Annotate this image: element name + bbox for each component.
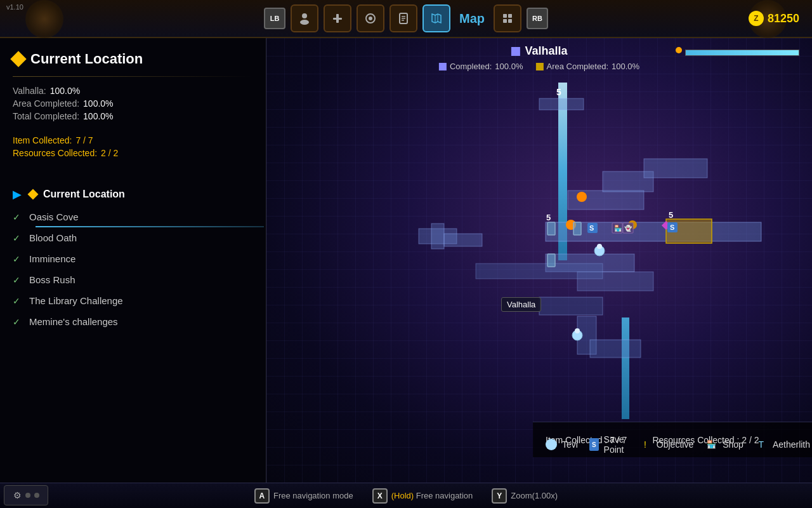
location-item-memine[interactable]: ✓ Memine's challenges bbox=[13, 314, 253, 330]
blue-dot bbox=[439, 63, 447, 70]
nav-btn-rb[interactable]: RB bbox=[527, 8, 548, 29]
location-item-current[interactable]: ▶ Current Location bbox=[13, 185, 253, 204]
stat-row-total: Total Completed: 100.0% bbox=[13, 111, 253, 121]
stat-row-items: Item Collected: 7 / 7 bbox=[13, 135, 253, 145]
svg-point-5 bbox=[369, 17, 372, 20]
stat-row-area: Area Completed: 100.0% bbox=[13, 98, 253, 109]
version-label: v1.10 bbox=[6, 3, 23, 11]
top-bar: v1.10 LB Map RB Z 81250 bbox=[0, 0, 812, 38]
location-diamond-icon bbox=[28, 189, 39, 200]
ctrl-free-nav: X (Hold) Free navigation bbox=[372, 488, 473, 504]
svg-rect-14 bbox=[508, 14, 512, 18]
section-title: Current Location bbox=[13, 51, 253, 67]
nav-btn-extra[interactable] bbox=[494, 4, 521, 32]
svg-point-0 bbox=[302, 13, 307, 18]
checkmark-boss-rush: ✓ bbox=[13, 275, 23, 285]
collectibles-group: Item Collected: 7 / 7 Resources Collecte… bbox=[13, 135, 253, 161]
dot-1 bbox=[25, 493, 30, 498]
free-nav-mode-label: Free navigation mode bbox=[273, 491, 353, 500]
map-bottom-info: Item Collected : 7 / 7 Resources Collect… bbox=[533, 422, 812, 457]
gold-dot bbox=[535, 63, 543, 70]
checkmark-oasis: ✓ bbox=[13, 212, 23, 222]
coin-icon: Z bbox=[749, 11, 764, 26]
ctrl-zoom: Y Zoom(1.00x) bbox=[492, 488, 558, 504]
current-location-title: Current Location bbox=[30, 51, 143, 67]
svg-rect-13 bbox=[503, 14, 507, 18]
location-name-imminence: Imminence bbox=[29, 253, 75, 264]
tevi-label: Tevi bbox=[562, 439, 578, 450]
location-name-boss-rush: Boss Rush bbox=[29, 274, 75, 285]
y-key[interactable]: Y bbox=[492, 488, 507, 504]
valhalla-label: Valhalla: bbox=[13, 86, 46, 96]
main-content: Current Location Valhalla: 100.0% Area C… bbox=[0, 38, 812, 483]
legend-shop: 🏪 Shop bbox=[705, 438, 743, 451]
tevi-legend-icon bbox=[546, 439, 557, 450]
legend-aetherlith: T Aetherlith bbox=[755, 438, 810, 451]
gear-icon: ⚙ bbox=[13, 490, 22, 500]
x-key[interactable]: X bbox=[372, 488, 388, 504]
shop-label: Shop bbox=[723, 439, 743, 450]
svg-rect-15 bbox=[503, 19, 507, 23]
nav-btn-skills[interactable] bbox=[357, 4, 384, 32]
nav-btn-map[interactable] bbox=[422, 4, 450, 32]
location-name-blood-oath: Blood Oath bbox=[29, 232, 77, 243]
save-label: Save Point bbox=[604, 434, 627, 455]
currency-amount: 81250 bbox=[768, 12, 799, 25]
checkmark-imminence: ✓ bbox=[13, 254, 23, 264]
map-area-name: Valhalla bbox=[511, 44, 567, 58]
location-name-memine: Memine's challenges bbox=[29, 316, 118, 327]
aeth-legend-icon: T bbox=[755, 438, 768, 451]
completed-label: Completed: bbox=[450, 62, 492, 71]
location-item-imminence[interactable]: ✓ Imminence bbox=[13, 251, 253, 267]
area-label: Area Completed: bbox=[13, 98, 79, 109]
nav-btn-character[interactable] bbox=[291, 4, 318, 32]
svg-marker-10 bbox=[432, 14, 441, 23]
map-valhalla-room-label: Valhalla bbox=[501, 297, 541, 312]
map-progress-fill bbox=[686, 50, 799, 55]
items-label: Item Collected: bbox=[13, 135, 72, 145]
shop-legend-icon: 🏪 bbox=[705, 438, 717, 451]
map-tab-label: Map bbox=[459, 11, 485, 26]
area-completed-label: Area Completed: bbox=[546, 62, 608, 71]
obj-legend-icon: ! bbox=[639, 438, 652, 451]
left-panel: Current Location Valhalla: 100.0% Area C… bbox=[0, 38, 266, 483]
zoom-label: Zoom(1.00x) bbox=[511, 491, 558, 500]
location-item-oasis-cove[interactable]: ✓ Oasis Cove bbox=[13, 209, 253, 225]
location-name-oasis: Oasis Cove bbox=[29, 211, 79, 222]
total-label: Total Completed: bbox=[13, 111, 79, 121]
aeth-label: Aetherlith bbox=[773, 439, 810, 450]
legend-save: S Save Point bbox=[589, 434, 627, 455]
location-name-current: Current Location bbox=[43, 189, 125, 200]
location-item-library[interactable]: ✓ The Library Challenge bbox=[13, 293, 253, 309]
map-area[interactable]: Valhalla Completed: 100.0% Area Complete… bbox=[266, 38, 812, 483]
area-completed-progress: Area Completed: 100.0% bbox=[535, 62, 639, 71]
location-bar-oasis bbox=[36, 226, 264, 227]
resources-label: Resources Collected: bbox=[13, 148, 97, 158]
legend-tevi: Tevi bbox=[546, 439, 578, 450]
area-value: 100.0% bbox=[83, 98, 113, 109]
area-completed-value: 100.0% bbox=[612, 62, 639, 71]
area-dot-icon bbox=[511, 47, 520, 56]
diamond-icon bbox=[10, 51, 26, 67]
location-item-boss-rush[interactable]: ✓ Boss Rush bbox=[13, 272, 253, 288]
a-key[interactable]: A bbox=[254, 488, 270, 504]
nav-btn-journal[interactable] bbox=[390, 4, 417, 32]
completed-progress: Completed: 100.0% bbox=[439, 62, 523, 71]
settings-button[interactable]: ⚙ bbox=[4, 485, 48, 505]
resources-value: 2 / 2 bbox=[101, 148, 118, 158]
location-item-blood-oath[interactable]: ✓ Blood Oath bbox=[13, 230, 253, 246]
control-bar: ⚙ A Free navigation mode X (Hold) Free n… bbox=[0, 483, 812, 508]
map-legend: Tevi S Save Point ! Objective 🏪 Shop T A… bbox=[546, 434, 812, 455]
nav-btn-lb[interactable]: LB bbox=[264, 8, 285, 29]
gear-decoration-left bbox=[25, 0, 63, 38]
nav-tabs: LB Map RB bbox=[264, 4, 548, 32]
stat-row-valhalla: Valhalla: 100.0% bbox=[13, 86, 253, 96]
items-value: 7 / 7 bbox=[75, 135, 93, 145]
completed-value: 100.0% bbox=[495, 62, 523, 71]
nav-btn-equipment[interactable] bbox=[324, 4, 351, 32]
stat-row-resources: Resources Collected: 2 / 2 bbox=[13, 148, 253, 158]
svg-rect-16 bbox=[508, 19, 512, 23]
checkmark-library: ✓ bbox=[13, 296, 23, 306]
valhalla-value: 100.0% bbox=[50, 86, 80, 96]
free-nav-label: (Hold) Free navigation bbox=[391, 491, 473, 500]
